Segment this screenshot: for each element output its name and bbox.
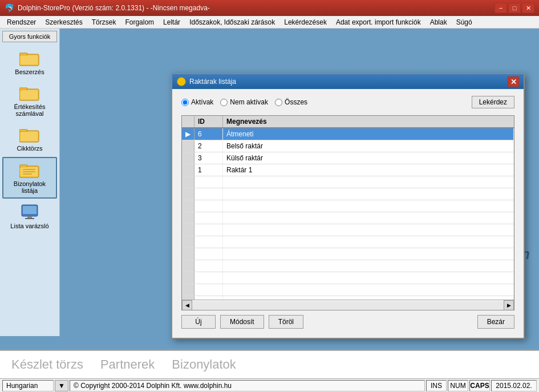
delete-button[interactable]: Töröl <box>269 315 303 329</box>
svg-rect-8 <box>21 132 38 141</box>
cell-name-4: Raktár 1 <box>223 164 514 176</box>
cell-id-1: 6 <box>194 128 223 140</box>
sidebar-item-értékesítés[interactable]: Értékesítés számlával <box>2 80 57 121</box>
dialog-close-button[interactable]: ✕ <box>508 76 519 87</box>
table-row-empty[interactable] <box>182 224 514 236</box>
dialog-toolbar: Aktívak Nem aktívak Összes Lekérdez <box>177 94 519 111</box>
table-row-empty[interactable] <box>182 176 514 188</box>
menu-torzsek[interactable]: Törzsek <box>87 16 121 28</box>
table-row-empty[interactable] <box>182 212 514 224</box>
svg-rect-2 <box>21 55 38 64</box>
table-row-empty[interactable] <box>182 200 514 212</box>
title-bar: 🐬 Dolphin-StorePro (Verzió szám: 2.0.133… <box>0 0 539 16</box>
table-row-empty[interactable] <box>182 272 514 284</box>
table-row[interactable]: 3 Külső raktár <box>182 152 514 164</box>
menu-adat-export[interactable]: Adat export. import funkciók <box>331 16 425 28</box>
dialog-button-bar: Új Módosít Töröl Bezár <box>177 310 519 333</box>
new-button[interactable]: Új <box>181 315 216 329</box>
bezar-button[interactable]: Bezár <box>477 315 514 329</box>
empty-name <box>223 296 514 300</box>
svg-rect-10 <box>19 165 27 167</box>
empty-indicator <box>182 272 194 284</box>
row-indicator-1: ▶ <box>182 128 194 140</box>
menu-ablak[interactable]: Ablak <box>425 16 452 28</box>
empty-id <box>194 296 223 300</box>
sidebar-label-beszerzés: Beszerzés <box>15 68 44 75</box>
sidebar-item-lista[interactable]: Lista varázsló <box>2 200 57 233</box>
scroll-track[interactable] <box>192 301 504 309</box>
menu-leltar[interactable]: Leltár <box>159 16 185 28</box>
table-row[interactable]: 1 Raktár 1 <box>182 164 514 176</box>
menu-lekerdezesek[interactable]: Lekérdezések <box>279 16 331 28</box>
sidebar-item-bizonylatok[interactable]: Bizonylatok listája <box>2 157 57 199</box>
table-row-empty[interactable] <box>182 284 514 296</box>
empty-indicator <box>182 212 194 224</box>
table-row-empty[interactable] <box>182 248 514 260</box>
row-indicator-2 <box>182 140 194 152</box>
scroll-right-btn[interactable]: ▶ <box>504 300 514 310</box>
radio-osszes-input[interactable] <box>275 99 282 106</box>
maximize-button[interactable]: □ <box>508 3 521 13</box>
empty-id <box>194 236 223 248</box>
bottom-content-area: Készlet törzs Partnerek Bizonylatok <box>0 350 539 378</box>
dialog-body: Aktívak Nem aktívak Összes Lekérdez <box>172 89 524 338</box>
radio-osszes[interactable]: Összes <box>275 98 307 106</box>
scroll-left-btn[interactable]: ◀ <box>182 300 192 310</box>
lekerdez-button[interactable]: Lekérdez <box>472 96 514 108</box>
menu-forgalom[interactable]: Forgalom <box>120 16 159 28</box>
quick-functions-button[interactable]: Gyors funkciók <box>2 31 57 42</box>
empty-indicator <box>182 176 194 188</box>
sidebar-label-cikktorzs: Cikktörzs <box>17 145 42 152</box>
row-indicator-3 <box>182 152 194 164</box>
svg-rect-13 <box>23 171 35 172</box>
status-date: 2015.02.02. <box>491 380 537 391</box>
close-button[interactable]: ✕ <box>522 3 534 13</box>
cell-name-1: Átmeneti <box>223 128 514 140</box>
status-language: Hungarian <box>2 380 54 391</box>
empty-id <box>194 224 223 236</box>
table-row[interactable]: 2 Belső raktár <box>182 140 514 152</box>
folder-icon-3 <box>19 126 40 143</box>
empty-name <box>223 272 514 284</box>
dialog-title-bar: Raktárak listája ✕ <box>172 74 524 89</box>
table-scroll-area[interactable]: ▶ 6 Átmeneti 2 Belső raktár <box>182 128 514 300</box>
menu-szerkesztes[interactable]: Szerkesztés <box>40 16 87 28</box>
radio-nem-aktivak-input[interactable] <box>220 99 228 106</box>
row-indicator-4 <box>182 164 194 176</box>
modify-button[interactable]: Módosít <box>220 315 264 329</box>
language-dropdown[interactable]: ▼ <box>55 380 68 391</box>
folder-icon-4 <box>19 161 40 179</box>
table-row-empty[interactable] <box>182 188 514 200</box>
empty-id <box>194 260 223 272</box>
sidebar: Gyors funkciók Beszerzés Értékesítés szá… <box>0 29 60 336</box>
folder-icon <box>19 50 40 67</box>
empty-indicator <box>182 284 194 296</box>
radio-aktivak[interactable]: Aktívak <box>181 98 213 106</box>
sidebar-label-ertekesites: Értékesítés számlával <box>5 103 54 117</box>
dialog-title-left: Raktárak listája <box>177 77 236 86</box>
svg-rect-1 <box>19 53 27 55</box>
sidebar-item-beszerzés[interactable]: Beszerzés <box>2 46 57 79</box>
bottom-item-1: Készlet törzs <box>11 357 83 372</box>
radio-aktivak-input[interactable] <box>181 99 189 106</box>
status-num: NUM <box>448 380 468 391</box>
menu-rendszer[interactable]: Rendszer <box>2 16 40 28</box>
table-row-empty[interactable] <box>182 260 514 272</box>
table-row-empty[interactable] <box>182 236 514 248</box>
table-row[interactable]: ▶ 6 Átmeneti <box>182 128 514 140</box>
header-indicator <box>182 116 194 127</box>
menu-idoszakok[interactable]: Időszakok, Időszaki zárások <box>185 16 279 28</box>
radio-nem-aktivak[interactable]: Nem aktívak <box>220 98 268 106</box>
empty-name <box>223 284 514 296</box>
menu-sugo[interactable]: Súgó <box>452 16 477 28</box>
empty-name <box>223 260 514 272</box>
raktarak-table: ID Megnevezés ▶ 6 Átmeneti 2 <box>181 115 514 310</box>
cell-name-2: Belső raktár <box>223 140 514 152</box>
table-row-empty[interactable] <box>182 296 514 300</box>
sidebar-item-cikktörzs[interactable]: Cikktörzs <box>2 122 57 156</box>
minimize-button[interactable]: − <box>495 3 507 13</box>
bottom-item-3: Bizonylatok <box>172 357 236 372</box>
svg-rect-7 <box>19 130 27 132</box>
horizontal-scrollbar[interactable]: ◀ ▶ <box>182 300 514 310</box>
bulb-icon <box>177 77 186 86</box>
